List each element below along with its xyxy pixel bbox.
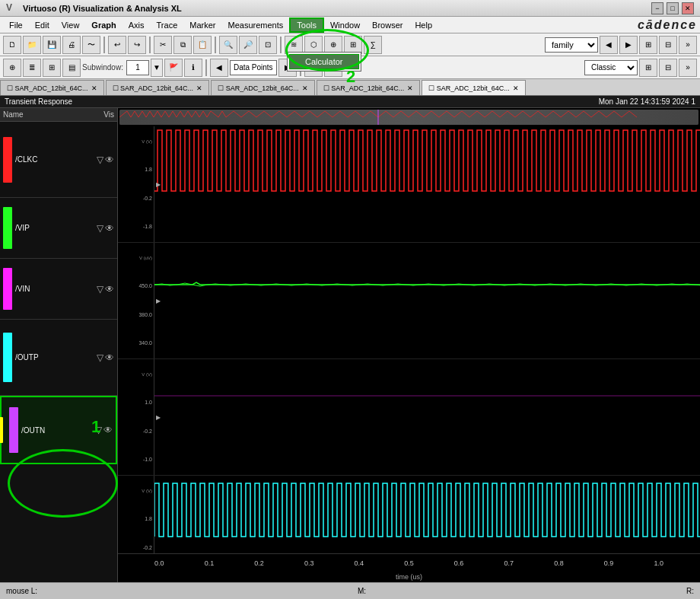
signal-item-outp: /OUTP ▽ 👁	[0, 320, 117, 396]
clkc-eye-icon[interactable]: 👁	[105, 155, 114, 165]
t2-end2[interactable]: ⊟	[659, 59, 677, 77]
t2-btn5[interactable]: 🚩	[164, 59, 183, 77]
vin-filter-icon[interactable]: ▽	[97, 284, 103, 295]
tab-5-close[interactable]: ✕	[513, 84, 519, 92]
maximize-button[interactable]: □	[667, 2, 679, 14]
copy-button[interactable]: ⧉	[173, 36, 192, 54]
print-button[interactable]: 🖨	[62, 36, 81, 54]
clkc-y-mid: -0.2	[119, 196, 152, 201]
outp-y-max: 1.8	[119, 516, 152, 521]
vin-plot[interactable]: ▶	[154, 359, 700, 475]
tab-2[interactable]: ☐ SAR_ADC_12bit_64C... ✕	[106, 80, 210, 95]
close-button[interactable]: ✕	[682, 2, 694, 14]
menu-axis[interactable]: Axis	[123, 19, 151, 31]
vin-eye-icon[interactable]: 👁	[105, 284, 114, 295]
time-tick-4: 0.4	[355, 559, 364, 567]
menu-file[interactable]: File	[3, 19, 29, 31]
t2-end1[interactable]: ⊞	[639, 59, 657, 77]
waveform-main: Name Vis /CLKC ▽ 👁 /VIP ▽ 👁 /VIN	[0, 108, 700, 582]
calculator-menu-item[interactable]: Calculator	[289, 54, 359, 69]
app-title: Virtuoso (R) Visualization & Analysis XL	[23, 4, 651, 13]
family-left-btn[interactable]: ◀	[600, 36, 618, 54]
vip-plot[interactable]: ▶	[154, 243, 700, 358]
outn-eye-icon[interactable]: 👁	[103, 425, 113, 435]
plot-area[interactable]: V (V) 1.8 -0.2 -1.8 ▶	[118, 108, 700, 582]
menu-edit[interactable]: Edit	[29, 19, 56, 31]
open-button[interactable]: 📁	[23, 36, 41, 54]
overview-bar[interactable]	[119, 110, 698, 125]
new-button[interactable]: 🗋	[3, 36, 21, 54]
vin-color-bar	[3, 268, 12, 310]
outp-filter-icon[interactable]: ▽	[97, 352, 103, 363]
menu-measurements[interactable]: Measurements	[222, 19, 290, 31]
menu-trace[interactable]: Trace	[151, 19, 184, 31]
tab-1[interactable]: ☐ SAR_ADC_12bit_64C... ✕	[0, 80, 104, 95]
subwindow-input[interactable]	[126, 60, 149, 75]
family-right-btn[interactable]: ▶	[619, 36, 638, 54]
subwindow-dropdown[interactable]: ▼	[151, 59, 163, 77]
menu-window[interactable]: Window	[324, 19, 366, 31]
outn-filter-icon[interactable]: ▽	[95, 425, 102, 435]
zoom-out-button[interactable]: 🔎	[239, 36, 257, 54]
charts-area: V (V) 1.8 -0.2 -1.8 ▶	[118, 126, 700, 553]
menu-browser[interactable]: Browser	[366, 19, 409, 31]
family-select[interactable]: family	[545, 37, 598, 53]
waveform-title: Transient Response	[5, 97, 72, 106]
time-tick-2: 0.2	[254, 559, 264, 567]
vip-filter-icon[interactable]: ▽	[97, 223, 103, 234]
t2-btn3[interactable]: ⊞	[43, 59, 61, 77]
cursor-button[interactable]: ⊕	[324, 36, 342, 54]
calc-button[interactable]: ∑	[364, 36, 382, 54]
waveform-timestamp: Mon Jan 22 14:31:59 2024 1	[599, 97, 695, 106]
clkc-filter-icon[interactable]: ▽	[97, 155, 103, 165]
grid2-btn[interactable]: ⊟	[659, 36, 677, 54]
time-axis-label: time (us)	[396, 573, 422, 581]
outn-name: /OUTN	[21, 426, 95, 435]
grid-btn[interactable]: ⊞	[639, 36, 657, 54]
signal-button[interactable]: ≋	[285, 36, 303, 54]
t2-btn6[interactable]: ℹ	[184, 59, 202, 77]
tab-3-close[interactable]: ✕	[302, 84, 308, 92]
menu-graph[interactable]: Graph	[85, 19, 122, 31]
time-tick-10: 1.0	[654, 559, 663, 567]
zoom-fit-button[interactable]: ⊡	[259, 36, 277, 54]
clkc-y-max: 1.8	[119, 167, 152, 172]
t2-btn4[interactable]: ▤	[62, 59, 81, 77]
marker-button[interactable]: ⬡	[304, 36, 323, 54]
tab-5[interactable]: ☐ SAR_ADC_12bit_64C... ✕	[422, 80, 526, 95]
signal-panel: Name Vis /CLKC ▽ 👁 /VIP ▽ 👁 /VIN	[0, 108, 118, 582]
paste-button[interactable]: 📋	[193, 36, 212, 54]
menu-view[interactable]: View	[56, 19, 86, 31]
menu-help[interactable]: Help	[409, 19, 438, 31]
save-button[interactable]: 💾	[43, 36, 61, 54]
vip-eye-icon[interactable]: 👁	[105, 223, 114, 234]
tab-3[interactable]: ☐ SAR_ADC_12bit_64C... ✕	[211, 80, 315, 95]
subwindow-label: Subwindow:	[82, 63, 123, 72]
outp-eye-icon[interactable]: 👁	[105, 352, 114, 363]
wave-button[interactable]: 〜	[82, 36, 100, 54]
menu-marker[interactable]: Marker	[183, 19, 221, 31]
zoom-in-button[interactable]: 🔍	[219, 36, 237, 54]
redo-button[interactable]: ↪	[128, 36, 146, 54]
t2-end3[interactable]: »	[679, 59, 697, 77]
tab-4-close[interactable]: ✕	[407, 84, 413, 92]
measure-button[interactable]: ⊞	[344, 36, 362, 54]
clkc-plot[interactable]: ▶	[154, 126, 700, 242]
t2-btn1[interactable]: ⊕	[3, 59, 21, 77]
status-mouse-r: R:	[686, 587, 694, 595]
minimize-button[interactable]: −	[651, 2, 663, 14]
more-btn[interactable]: »	[679, 36, 697, 54]
classic-select[interactable]: Classic	[584, 60, 638, 75]
time-tick-8: 0.8	[554, 559, 564, 567]
tab-4[interactable]: ☐ SAR_ADC_12bit_64C... ✕	[317, 80, 421, 95]
tab-2-close[interactable]: ✕	[196, 84, 202, 92]
t2-btn2[interactable]: ≣	[23, 59, 41, 77]
menu-tools[interactable]: Tools	[289, 18, 324, 33]
time-tick-3: 0.3	[304, 559, 314, 567]
tab-1-close[interactable]: ✕	[91, 84, 97, 92]
cut-button[interactable]: ✂	[154, 36, 172, 54]
undo-button[interactable]: ↩	[108, 36, 126, 54]
tabbar: ☐ SAR_ADC_12bit_64C... ✕ ☐ SAR_ADC_12bit…	[0, 79, 700, 96]
datapoints-left[interactable]: ◀	[210, 59, 228, 77]
outp-plot[interactable]	[154, 476, 700, 553]
